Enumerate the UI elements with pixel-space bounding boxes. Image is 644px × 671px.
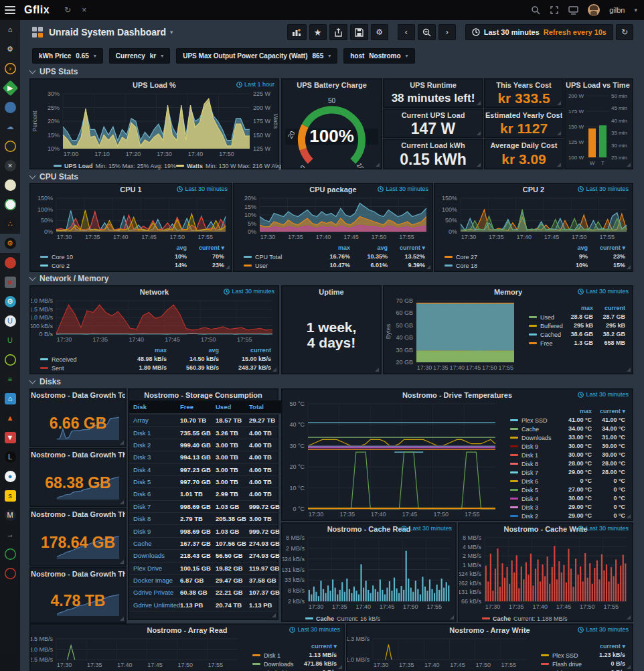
panel-title[interactable]: Current UPS Load <box>384 110 482 121</box>
legend-item[interactable]: User <box>244 261 313 270</box>
panel-title[interactable]: Nostromo - Data Growth This Week <box>31 449 125 460</box>
settings-button[interactable]: ⚙ <box>371 24 388 40</box>
zoom-out-button[interactable] <box>418 24 436 40</box>
section-header-ups[interactable]: UPS Stats <box>30 67 78 76</box>
table-header-used[interactable]: Used <box>212 400 245 415</box>
username[interactable]: gilbn <box>609 6 625 14</box>
sidebar-item-app-gitlab[interactable]: ▲ <box>0 408 20 428</box>
legend-item[interactable]: Core 10 <box>40 252 149 261</box>
legend-item[interactable]: Received <box>40 355 114 364</box>
legend-item[interactable]: Flash drive <box>541 660 585 668</box>
save-button[interactable] <box>350 24 368 40</box>
sidebar-item-app-members[interactable]: M <box>0 506 20 525</box>
refresh-button[interactable]: ↻ <box>616 24 633 40</box>
panel-title[interactable]: UPS Battery Charge <box>283 80 381 90</box>
legend-item[interactable]: Plex SSD <box>541 651 585 660</box>
sidebar-item-app-orange-chevron[interactable]: › <box>0 59 20 78</box>
legend-item[interactable]: CPU Total <box>244 252 313 261</box>
user-avatar[interactable] <box>588 4 600 16</box>
panel-time-range[interactable]: Last 30 minutes <box>578 185 629 192</box>
dashboard-grid-icon[interactable] <box>32 27 43 38</box>
legend-item[interactable]: Flash drive <box>252 668 293 671</box>
legend-item[interactable]: Disk 5 <box>510 486 558 494</box>
legend-header[interactable]: max <box>561 304 593 313</box>
variable-ups-max-output-power-capacity-watt-[interactable]: UPS Max Output Power Capacity (Watt)865▾ <box>176 48 337 64</box>
legend-item[interactable]: Buffered <box>529 321 561 330</box>
variable-kwh-price[interactable]: kWh Price0.65▾ <box>32 48 103 64</box>
panel-title[interactable]: Nostromo - Data Growth This Year <box>31 569 125 579</box>
legend-item[interactable]: Disk 3 <box>510 503 558 512</box>
section-header-disks[interactable]: Disks <box>30 377 61 386</box>
panel-title[interactable]: UPS Runtime <box>384 80 482 90</box>
sidebar-item-github[interactable] <box>0 544 20 564</box>
table-header-total[interactable]: Total <box>245 400 283 415</box>
legend-item[interactable]: Free <box>529 339 561 348</box>
legend-item[interactable]: Cache <box>510 425 558 433</box>
panel-time-range[interactable]: Last 30 minutes <box>578 391 629 398</box>
sidebar-item-app-sabnzbd[interactable]: s <box>0 486 20 506</box>
panel-time-range[interactable]: Last 30 minutes <box>578 288 629 295</box>
time-picker[interactable]: Last 30 minutes Refresh every 10s <box>465 24 613 40</box>
legend-item[interactable]: Cache Current: 1.188 MB/s <box>482 615 568 622</box>
legend-item[interactable]: Used <box>529 313 561 321</box>
legend-header[interactable]: avg <box>149 244 187 252</box>
legend-header[interactable]: current ▾ <box>585 642 625 651</box>
search-icon[interactable] <box>531 5 540 15</box>
menu-toggle-icon[interactable] <box>0 0 20 20</box>
sidebar-item-app-shield[interactable] <box>0 253 20 273</box>
legend-header[interactable]: current ▾ <box>293 642 337 651</box>
sidebar-item-home[interactable]: ⌂ <box>0 20 20 40</box>
legend-header[interactable]: max <box>114 346 167 355</box>
panel-title[interactable]: Estimated Yearly Cost <box>485 110 562 121</box>
sidebar-item-app-docker-gear[interactable]: ⚙ <box>0 292 20 311</box>
panel-time-range[interactable]: Last 1 hour <box>236 81 274 88</box>
panel-title[interactable]: UPS Load vs Time left <box>566 80 632 90</box>
panel-title[interactable]: This Years Cost <box>485 80 562 90</box>
sidebar-item-app-homeassistant[interactable]: ⌂ <box>0 389 20 408</box>
legend-item[interactable]: Disk 1 <box>510 451 558 459</box>
variable-currency[interactable]: Currencykr▾ <box>109 48 170 64</box>
sidebar-item-app-unraid[interactable]: U <box>0 331 20 350</box>
legend-header[interactable]: avg <box>550 244 588 252</box>
panel-title[interactable]: Current Load kWh <box>384 140 482 151</box>
sidebar-item-app-x-dark[interactable]: × <box>0 156 20 175</box>
panel-title[interactable]: Nostromo - Data Growth Today <box>31 390 125 400</box>
panel-title[interactable]: Nostromo - Data Growth This Month <box>31 509 125 520</box>
legend-header[interactable]: current ▾ <box>588 244 625 252</box>
sidebar-item-app-network[interactable]: ∴ <box>0 214 20 234</box>
sidebar-item-app-bars[interactable]: ≡ <box>0 370 20 389</box>
legend-item[interactable]: Disk 1 <box>252 651 293 660</box>
star-button[interactable]: ★ <box>309 24 327 40</box>
sidebar-item-sign-out[interactable]: → <box>0 525 20 544</box>
tv-mode-icon[interactable] <box>568 6 578 15</box>
sidebar-item-app-red-gray[interactable]: ■ <box>0 273 20 292</box>
share-button[interactable] <box>329 24 347 40</box>
legend-item[interactable]: Disk 4 <box>510 494 558 503</box>
table-header-free[interactable]: Free <box>176 400 212 415</box>
close-icon[interactable]: × <box>82 5 86 15</box>
sidebar-item-settings[interactable]: ⚙ <box>0 40 20 59</box>
sidebar-item-app-emby[interactable]: ▶ <box>0 78 20 98</box>
app-logo[interactable]: Gflix <box>24 4 50 16</box>
panel-time-range[interactable]: Last 30 minutes <box>177 185 228 192</box>
sidebar-item-app-lazylibrarian[interactable]: L <box>0 447 20 467</box>
legend-item[interactable]: Disk 7 <box>510 468 558 477</box>
legend-header[interactable]: current ▾ <box>187 244 224 252</box>
sidebar-item-app-download-red[interactable]: ▼ <box>0 428 20 447</box>
section-header-netmem[interactable]: Network / Memory <box>30 274 108 283</box>
sidebar-item-app-cream[interactable] <box>0 175 20 195</box>
legend-header[interactable]: current ▾ <box>388 244 425 252</box>
sidebar-item-app-plex-dark[interactable] <box>0 350 20 370</box>
legend-item[interactable]: Sent <box>40 364 114 372</box>
user-menu-caret-icon[interactable]: ▾ <box>634 7 637 13</box>
legend-item[interactable]: Disk 6 <box>510 477 558 486</box>
legend-header[interactable]: current ▾ <box>592 407 625 416</box>
sidebar-item-app-cloud[interactable]: ☁ <box>0 117 20 137</box>
legend-item[interactable]: Core 2 <box>40 261 149 270</box>
legend-header[interactable]: max <box>313 244 350 252</box>
panel-time-range[interactable]: Last 30 minutes <box>224 288 274 295</box>
legend-item[interactable]: Core 27 <box>445 252 550 261</box>
time-back-button[interactable]: ‹ <box>398 24 415 40</box>
legend-item[interactable]: Cache Current: 16 kB/s <box>305 615 380 622</box>
panel-time-range[interactable]: Last 30 minutes <box>578 626 629 633</box>
